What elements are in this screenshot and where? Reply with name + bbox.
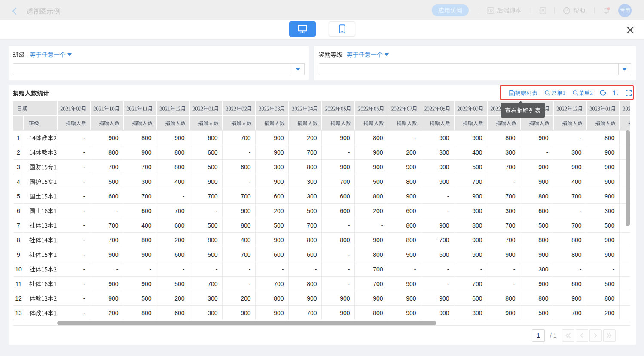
svg-text:?: ? bbox=[565, 8, 568, 13]
